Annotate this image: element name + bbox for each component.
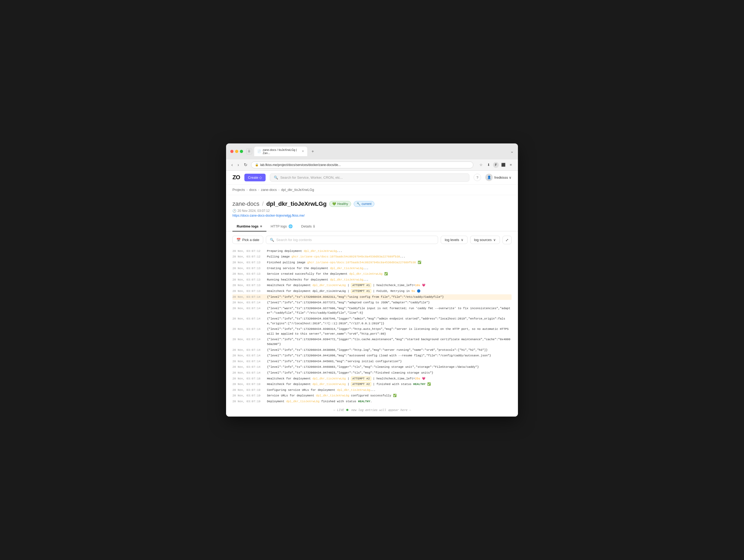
breadcrumb-sep-1: › (247, 188, 248, 192)
deployment-name: dpl_dkr_tioJeXrwLGg (266, 200, 327, 207)
log-msg: {"level":"info","ts":1732068434.945083,"… (267, 359, 512, 364)
breadcrumb-current: dpl_dkr_tioJeXrwLGg (281, 188, 314, 192)
breadcrumb-projects[interactable]: Projects (232, 188, 245, 192)
log-time: 20 Nov, 03:07:14 (232, 295, 267, 299)
expand-button[interactable]: ⤢ (503, 236, 512, 244)
http-logs-icon: 🌐 (289, 224, 293, 228)
bookmark-icon[interactable]: ☆ (478, 162, 484, 168)
extensions-icon[interactable]: ⬛ (500, 162, 506, 168)
log-entry: 20 Nov, 03:07:14 {"level":"info","ts":17… (232, 353, 512, 359)
app-content: ZO Create ◇ 🔍 Search for Service, Worker… (226, 171, 518, 416)
log-msg: {"level":"info","ts":1732068434.9387546,… (267, 317, 512, 326)
log-time: 20 Nov, 03:07:13 (232, 266, 267, 271)
log-entry: 20 Nov, 03:07:14 {"level":"info","ts":17… (232, 337, 512, 347)
traffic-lights (230, 150, 243, 153)
user-menu[interactable]: 👤 fredkisss ∨ (485, 174, 512, 181)
deployment-url[interactable]: https://docs-zane-docs-docker-tiojexrwlg… (232, 214, 512, 217)
app-nav: ZO Create ◇ 🔍 Search for Service, Worker… (226, 171, 518, 185)
breadcrumb-zane-docs[interactable]: zane-docs (261, 188, 277, 192)
log-entry: 20 Nov, 03:07:14 {"level":"warn","ts":17… (232, 306, 512, 316)
log-msg: {"level":"info","ts":1732068434.9390314,… (267, 327, 512, 336)
log-toolbar: 📅 Pick a date 🔍 Search for log contents … (232, 236, 512, 244)
log-entry: 20 Nov, 03:07:19 Configuring service URL… (232, 387, 512, 393)
close-button[interactable] (230, 150, 233, 153)
menu-icon[interactable]: ≡ (508, 162, 514, 168)
forward-button[interactable]: › (236, 162, 240, 168)
project-name: zane-docs (232, 200, 260, 207)
log-time: 20 Nov, 03:07:13 (232, 272, 267, 277)
page-header: zane-docs / dpl_dkr_tioJeXrwLGg 💚 Health… (226, 195, 518, 217)
log-msg: Configuring service URLs for deployment … (267, 388, 512, 393)
log-msg: Creating service for the deployment dpl_… (267, 266, 512, 271)
breadcrumb-docs[interactable]: docs (249, 188, 256, 192)
log-entry: 20 Nov, 03:07:13 Finished pulling image … (232, 260, 512, 266)
log-entries: 20 Nov, 03:07:12 Preparing deployment dp… (232, 248, 512, 412)
log-msg: {"level":"info","ts":1732068434.9469883,… (267, 365, 512, 370)
maximize-button[interactable] (240, 150, 243, 153)
log-entry: 20 Nov, 03:07:13 Healtcheck for deployme… (232, 288, 512, 294)
app-logo: ZO (232, 174, 240, 181)
log-msg: Healtcheck for deployment dpl_dkr_tioJeX… (267, 382, 512, 387)
log-time: 20 Nov, 03:07:14 (232, 348, 267, 353)
back-button[interactable]: ‹ (230, 162, 234, 168)
log-entry: 20 Nov, 03:07:14 {"level":"info","ts":17… (232, 326, 512, 337)
log-time: 20 Nov, 03:07:13 (232, 278, 267, 282)
log-time: 20 Nov, 03:07:19 (232, 394, 267, 398)
log-time: 20 Nov, 03:07:13 (232, 289, 267, 294)
log-time: 20 Nov, 03:07:14 (232, 327, 267, 336)
log-search-bar[interactable]: 🔍 Search for log contents (266, 236, 438, 244)
clock-icon: 🕐 (232, 209, 236, 213)
date-picker-button[interactable]: 📅 Pick a date (232, 236, 263, 244)
log-entry: 20 Nov, 03:07:14 {"level":"info","ts":17… (232, 300, 512, 306)
log-entry: 20 Nov, 03:07:12 Preparing deployment dp… (232, 248, 512, 254)
tab-runtime-logs[interactable]: Runtime logs ≡ (232, 222, 266, 232)
log-msg: Healtcheck for deployment dpl_dkr_tioJeX… (267, 283, 512, 288)
search-log-icon: 🔍 (270, 238, 274, 242)
tab-bar-nav: Runtime logs ≡ HTTP logs 🌐 Details ℹ (226, 222, 518, 232)
log-time: 20 Nov, 03:07:14 (232, 354, 267, 358)
log-msg: {"level":"info","ts":1732068434.9377372,… (267, 301, 512, 305)
user-avatar: 👤 (485, 174, 493, 181)
log-search-placeholder: Search for log contents (276, 238, 312, 242)
app-search-bar[interactable]: 🔍 Search for Service, Worker, CRON, etc.… (270, 173, 470, 182)
breadcrumb: Projects › docs › zane-docs › dpl_dkr_ti… (226, 185, 518, 195)
tab-favicon: 📄 (257, 150, 261, 153)
url-text: lab.fkiss.me/project/docs/services/docke… (260, 163, 341, 167)
log-msg: Pulling image ghcr.io/zane-cps/docs:1075… (267, 254, 512, 259)
new-tab-button[interactable]: + (309, 148, 316, 155)
log-msg: {"level":"info","ts":1732068434.9438066,… (267, 348, 512, 353)
healthy-badge: 💚 Healthy (329, 201, 351, 207)
log-time: 20 Nov, 03:07:19 (232, 382, 267, 387)
create-button[interactable]: Create ◇ (245, 174, 266, 182)
log-time: 20 Nov, 03:07:14 (232, 337, 267, 347)
browser-tab[interactable]: 📄 zane-docs / tioJeXrwLGg | Zan... ✕ (254, 147, 307, 156)
log-entry: 20 Nov, 03:07:14 {"level":"info","ts":17… (232, 370, 512, 376)
browser-toolbar-icons: ☆ ⬇ F ⬛ ≡ (478, 162, 514, 168)
url-bar[interactable]: 🔒 lab.fkiss.me/project/docs/services/doc… (251, 161, 473, 168)
log-sources-dropdown[interactable]: log sources ∨ (470, 236, 500, 244)
details-icon: ℹ (313, 224, 315, 228)
tab-details[interactable]: Details ℹ (297, 222, 319, 232)
log-entry: 20 Nov, 03:07:13 Running healthchecks fo… (232, 277, 512, 283)
log-time: 20 Nov, 03:07:14 (232, 301, 267, 305)
log-time: 20 Nov, 03:07:13 (232, 283, 267, 288)
tab-http-logs[interactable]: HTTP logs 🌐 (266, 222, 297, 232)
log-time: 20 Nov, 03:07:14 (232, 317, 267, 326)
page-title: zane-docs / dpl_dkr_tioJeXrwLGg 💚 Health… (232, 200, 512, 207)
download-icon[interactable]: ⬇ (486, 162, 491, 168)
minimize-button[interactable] (235, 150, 238, 153)
tab-close-icon[interactable]: ✕ (302, 150, 304, 153)
search-icon: 🔍 (274, 175, 278, 179)
title-bar: ☰ 📄 zane-docs / tioJeXrwLGg | Zan... ✕ +… (226, 144, 518, 159)
log-entry: 20 Nov, 03:07:14 {"level":"info","ts":17… (232, 364, 512, 370)
user-label: fredkisss ∨ (494, 175, 512, 179)
log-entry: 20 Nov, 03:07:13 Creating service for th… (232, 266, 512, 272)
help-button[interactable]: ? (474, 174, 481, 181)
sidebar-toggle-icon[interactable]: ☰ (246, 149, 252, 154)
log-msg: {"level":"info","ts":1732068434.9474823,… (267, 371, 512, 375)
log-levels-dropdown[interactable]: log levels ∨ (441, 236, 467, 244)
breadcrumb-sep-3: › (278, 188, 280, 192)
reload-button[interactable]: ↻ (243, 162, 248, 168)
profile-icon[interactable]: F (493, 162, 499, 168)
window-controls: ⌄ (510, 149, 514, 154)
